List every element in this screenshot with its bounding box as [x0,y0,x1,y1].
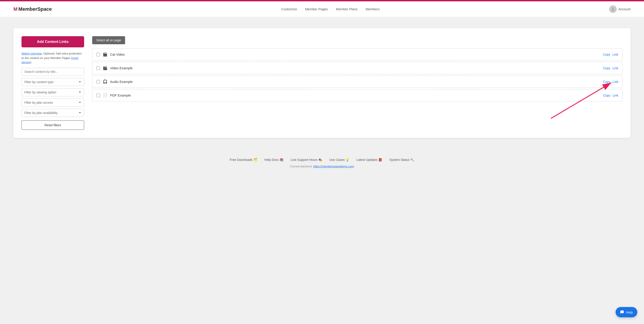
content-item-checkbox[interactable] [96,53,100,56]
copy-link[interactable]: Copy [603,94,610,97]
chat-icon [620,310,624,314]
svg-point-0 [612,7,614,9]
content-item-left: 🎧 Audio Example [96,79,133,84]
content-item-left: 🎬 Cat Video [96,52,125,57]
footer-backend-label: Current backend: [290,165,312,168]
watch-overview-text: Watch overview. Optional: Add extra prot… [22,51,84,65]
filter-plan-availability[interactable]: Filter by plan availability [22,109,84,117]
link-link[interactable]: Link [612,66,618,70]
footer-help-docs[interactable]: Help Docs 📚 [264,158,284,162]
content-item-checkbox[interactable] [96,66,100,70]
footer-backend: Current backend: https://memberspacedemo… [14,165,630,168]
select-all-button[interactable]: Select all on page [92,36,125,44]
sidebar: Add Content Links Watch overview. Option… [22,36,84,130]
add-content-button[interactable]: Add Content Links [22,36,84,47]
logo: M MemberSpace [14,6,52,12]
filter-plan-access[interactable]: Filter by plan access [22,99,84,107]
nav-members[interactable]: Members [366,7,380,11]
content-list: 🎬 Cat Video Copy Link 🎬 Video Example [92,48,622,103]
account-label: Account [618,7,630,11]
logo-icon: M [14,6,18,12]
content-item-left: 🎬 Video Example [96,66,133,70]
filter-content-type[interactable]: Filter by content type Video Audio PDF [22,78,84,86]
content-item-title: Cat Video [110,52,125,56]
account-avatar [609,5,617,13]
footer-live-support[interactable]: Live Support Hours 🎭 [291,158,322,162]
content-item: 📄 PDF Example Copy Link [92,89,622,101]
content-item: 🎬 Video Example Copy Link [92,62,622,74]
audio-icon: 🎧 [103,79,108,84]
copy-link[interactable]: Copy [603,66,610,70]
content-item: 🎬 Cat Video Copy Link [92,48,622,61]
content-item-left: 📄 PDF Example [96,93,131,98]
footer-use-cases[interactable]: Use Cases 💡 [330,158,349,162]
content-item-title: Audio Example [110,80,133,84]
content-item: 🎧 Audio Example Copy Link [92,76,622,88]
content-card: Add Content Links Watch overview. Option… [14,28,630,138]
link-link[interactable]: Link [612,53,618,56]
filter-viewing-option[interactable]: Filter by viewing option [22,88,84,96]
video-icon: 🎬 [103,66,108,70]
header: M MemberSpace Customize Member Pages Mem… [0,1,644,17]
search-input[interactable] [22,68,84,76]
footer-free-downloads[interactable]: Free Downloads 🗂️ [230,158,257,162]
footer-latest-updates[interactable]: Latest Updates 📕 [356,158,382,162]
content-item-actions: Copy Link [603,66,618,70]
nav-customize[interactable]: Customize [281,7,297,11]
nav-member-pages[interactable]: Member Pages [305,7,328,11]
copy-link[interactable]: Copy [603,53,610,56]
watch-overview-link[interactable]: Watch overview [22,52,42,55]
reset-filters-button[interactable]: Reset filters [22,120,84,130]
link-link[interactable]: Link [612,94,618,97]
content-item-actions: Copy Link [603,80,618,84]
help-button[interactable]: Help [616,307,637,317]
link-link[interactable]: Link [612,80,618,84]
nav-member-plans[interactable]: Member Plans [336,7,358,11]
footer-links: Free Downloads 🗂️ Help Docs 📚 Live Suppo… [14,158,630,162]
account-menu[interactable]: Account [609,5,630,13]
main-nav: Customize Member Pages Member Plans Memb… [281,7,380,11]
help-button-label: Help [626,310,633,314]
content-item-checkbox[interactable] [96,80,100,84]
footer: Free Downloads 🗂️ Help Docs 📚 Live Suppo… [0,149,644,172]
content-item-title: Video Example [110,66,133,70]
pdf-icon: 📄 [103,93,108,98]
content-item-actions: Copy Link [603,53,618,56]
content-item-title: PDF Example [110,93,131,97]
content-item-actions: Copy Link [603,94,618,97]
logo-text: MemberSpace [18,6,52,12]
copy-link[interactable]: Copy [603,80,610,84]
content-item-checkbox[interactable] [96,94,100,97]
content-area: Select all on page 🎬 Cat Video Copy Link [92,36,622,103]
video-icon: 🎬 [103,52,108,57]
footer-system-status[interactable]: System Status 🔧 [389,158,414,162]
footer-backend-url[interactable]: https://memberspacedemo.com [313,165,354,168]
main-content: Add Content Links Watch overview. Option… [0,17,644,149]
